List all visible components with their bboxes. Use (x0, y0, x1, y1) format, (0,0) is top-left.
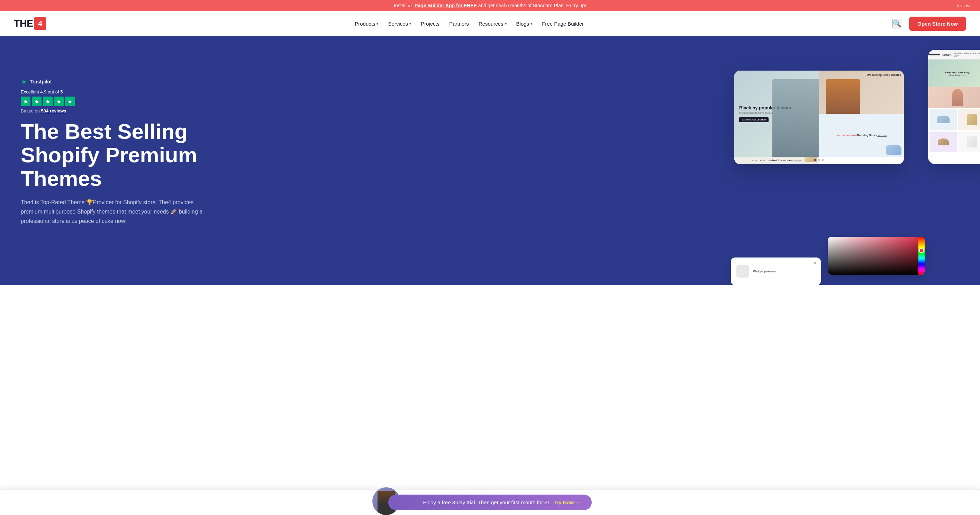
theme-bl-label: SAL OFF THIS WEEK (836, 134, 857, 136)
trustpilot-star-icon: ★ (21, 78, 27, 86)
logo-number: 4 (34, 17, 46, 30)
theme-bottom-left: SAL OFF THIS WEEK Running Shoes Shop now (819, 114, 904, 157)
star-icon: ★ (43, 97, 52, 106)
announcement-text: Install #1 Page Builder App for FREE and… (394, 3, 586, 8)
theme-bl-action[interactable]: Shop now (877, 134, 886, 136)
mobile-header: unsen WOMEN MEN SALE ABOUT BUY (928, 50, 980, 59)
popup-icon (737, 265, 749, 277)
theme-bl-product: Running Shoes (857, 134, 878, 137)
hero-images: Black by popular deman From freedom-to-m… (724, 50, 980, 285)
popup-label: Widget preview (753, 269, 776, 273)
logo[interactable]: THE 4 (14, 17, 46, 30)
explore-button[interactable]: EXPLORE COLLECTION (739, 117, 768, 122)
star-icon: ★ (32, 97, 41, 106)
hero-content: ★ Trustpilot Excellent 4.9 out of 5 ★ ★ … (21, 78, 215, 238)
mobile-product-item (929, 132, 957, 152)
theme-tr-headline: It's Getting Chilly Outside (867, 73, 901, 77)
dot (818, 159, 821, 161)
trustpilot-label: Trustpilot (30, 79, 52, 85)
nav-item-projects[interactable]: Projects (421, 21, 439, 27)
nav-item-products[interactable]: Products ▾ (355, 21, 378, 27)
mobile-body: Extended One Day! Shop Code: —— (928, 59, 980, 164)
theme-desktop-preview: Black by popular deman From freedom-to-m… (734, 70, 904, 164)
mobile-product-item (958, 109, 980, 130)
nav-item-services[interactable]: Services ▾ (388, 21, 411, 27)
theme-bottom-right: MORE COLLECTION Hot Accesories Shop now (734, 157, 819, 164)
mobile-banner-sub: Shop Code: —— (945, 74, 970, 76)
popup-content: Widget preview (753, 269, 776, 273)
color-picker-handle (919, 248, 924, 253)
chevron-down-icon: ▾ (377, 22, 378, 26)
popup-close-button[interactable]: ✕ (813, 260, 817, 266)
header-actions: 🔍 Open Store Now (892, 17, 966, 31)
theme-br-product: Hot Accesories (772, 159, 792, 162)
mobile-product-item (958, 132, 980, 152)
announcement-bar: Install #1 Page Builder App for FREE and… (0, 0, 980, 11)
close-icon: ✕ (956, 3, 960, 8)
color-gradient[interactable] (828, 237, 918, 275)
chevron-down-icon: ▾ (530, 22, 532, 26)
chevron-down-icon: ▾ (409, 22, 411, 26)
mobile-notch (928, 54, 940, 55)
mobile-featured (928, 87, 980, 108)
trustpilot-badge: ★ Trustpilot (21, 78, 215, 86)
color-picker-widget (828, 237, 924, 275)
star-icon: ★ (54, 97, 64, 106)
announcement-link[interactable]: Page Builder App for FREE (415, 3, 477, 8)
theme-br-label: MORE COLLECTION (752, 159, 772, 162)
search-icon: 🔍 (893, 20, 902, 27)
mobile-product-item (929, 109, 957, 130)
hero-title: The Best Selling Shopify Premium Themes (21, 120, 215, 191)
theme-top-right: It's Getting Chilly Outside (819, 70, 904, 114)
dot (822, 159, 825, 161)
main-nav: Products ▾ Services ▾ Projects Partners … (355, 21, 584, 27)
header: THE 4 Products ▾ Services ▾ Projects Par… (0, 11, 980, 36)
mobile-store-name: unsen (942, 53, 951, 56)
reviews-text: Based on 534 reviews (21, 108, 215, 113)
mobile-banner: Extended One Day! Shop Code: —— (928, 59, 980, 87)
nav-item-free-page-builder[interactable]: Free Page Builder (542, 21, 584, 27)
star-icon: ★ (65, 97, 75, 106)
nav-item-resources[interactable]: Resources ▾ (479, 21, 507, 27)
logo-text: THE (14, 18, 33, 29)
search-button[interactable]: 🔍 (892, 19, 902, 29)
star-icon: ★ (21, 97, 30, 106)
hero-section: ★ Trustpilot Excellent 4.9 out of 5 ★ ★ … (0, 36, 980, 285)
nav-item-blogs[interactable]: Blogs ▾ (516, 21, 533, 27)
popup-widget: Widget preview ✕ (731, 257, 821, 285)
hero-description: The4 is Top-Rated Theme 🏆Provider for Sh… (21, 198, 215, 226)
stars-row: ★ ★ ★ ★ ★ (21, 97, 215, 106)
theme-mobile-preview: unsen WOMEN MEN SALE ABOUT BUY Extended … (928, 50, 980, 164)
dot (814, 159, 816, 161)
open-store-button[interactable]: Open Store Now (909, 17, 966, 31)
announcement-close-button[interactable]: ✕ close (956, 3, 972, 8)
reviews-link[interactable]: 534 reviews (41, 108, 67, 113)
theme-main-image: Black by popular deman From freedom-to-m… (734, 70, 819, 157)
mobile-banner-text: Extended One Day! (945, 71, 970, 74)
chevron-down-icon: ▾ (505, 22, 507, 26)
theme-br-action[interactable]: Shop now (792, 159, 802, 162)
card-dots (814, 159, 825, 161)
nav-item-partners[interactable]: Partners (449, 21, 469, 27)
rating-text: Excellent 4.9 out of 5 (21, 89, 215, 94)
color-hue-bar[interactable] (918, 237, 924, 275)
mobile-product-grid (928, 108, 980, 154)
mobile-nav-items: WOMEN MEN SALE ABOUT BUY (954, 52, 980, 57)
